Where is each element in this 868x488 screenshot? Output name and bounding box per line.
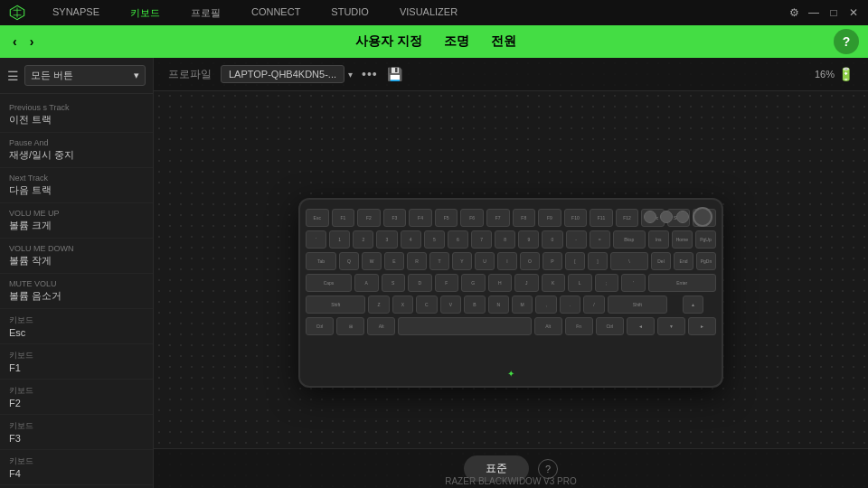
key-p[interactable]: P <box>542 252 562 270</box>
maximize-button[interactable]: □ <box>826 5 841 20</box>
list-item[interactable]: 키보드 F2 <box>0 380 153 415</box>
list-item[interactable]: VOLU ME DOWN 볼륨 작게 <box>0 239 153 274</box>
key-x[interactable]: X <box>392 296 413 314</box>
nav-profile[interactable]: 프로필 <box>176 3 235 23</box>
key-lbracket[interactable]: [ <box>565 252 585 270</box>
forward-button[interactable]: › <box>26 33 38 51</box>
key-backslash[interactable]: \ <box>610 252 648 270</box>
key-c[interactable]: C <box>416 296 437 314</box>
key-f11[interactable]: F11 <box>590 209 613 227</box>
nav-synapse[interactable]: SYNAPSE <box>38 3 114 23</box>
key-quote[interactable]: ' <box>621 274 646 292</box>
key-lalt[interactable]: Alt <box>367 317 395 335</box>
key-f5[interactable]: F5 <box>435 209 458 227</box>
key-lctrl[interactable]: Ctrl <box>306 317 334 335</box>
key-1[interactable]: 1 <box>329 230 350 249</box>
key-end[interactable]: End <box>674 252 693 270</box>
key-pgdn[interactable]: PgDn <box>696 252 716 270</box>
list-item[interactable]: Pause And 재생/일시 중지 <box>0 133 153 168</box>
list-item[interactable]: 키보드 Esc <box>0 309 153 344</box>
key-7[interactable]: 7 <box>471 230 492 249</box>
key-f1[interactable]: F1 <box>332 209 355 227</box>
key-v[interactable]: V <box>440 296 461 314</box>
back-button[interactable]: ‹ <box>9 33 21 51</box>
key-t[interactable]: T <box>429 252 449 270</box>
list-item[interactable]: 키보드 F1 <box>0 344 153 380</box>
key-f2[interactable]: F2 <box>357 209 381 227</box>
key-d[interactable]: D <box>408 274 432 292</box>
key-down[interactable]: ▼ <box>657 317 685 335</box>
key-m[interactable]: M <box>512 296 533 314</box>
key-equals[interactable]: = <box>590 230 610 249</box>
close-button[interactable]: ✕ <box>846 5 861 20</box>
key-e[interactable]: E <box>384 252 404 270</box>
key-r[interactable]: R <box>407 252 427 270</box>
settings-button[interactable]: ⚙ <box>787 5 801 20</box>
key-up[interactable]: ▲ <box>683 296 703 314</box>
key-f6[interactable]: F6 <box>460 209 484 227</box>
key-esc[interactable]: Esc <box>306 209 329 227</box>
key-f[interactable]: F <box>435 274 459 292</box>
key-period[interactable]: . <box>560 296 580 314</box>
key-backspace[interactable]: Bksp <box>613 230 646 249</box>
key-w[interactable]: W <box>362 252 382 270</box>
key-fn[interactable]: Fn <box>565 317 593 335</box>
key-5[interactable]: 5 <box>424 230 445 249</box>
list-item[interactable]: 키보드 F3 <box>0 415 153 450</box>
key-lwin[interactable]: ⊞ <box>336 317 364 335</box>
key-filter-dropdown[interactable]: 모든 버튼 ▾ <box>24 65 146 86</box>
help-button[interactable]: ? <box>834 29 859 54</box>
key-6[interactable]: 6 <box>448 230 468 249</box>
key-8[interactable]: 8 <box>495 230 515 249</box>
list-item[interactable]: Previous s Track 이전 트랙 <box>0 98 153 133</box>
key-4[interactable]: 4 <box>401 230 421 249</box>
key-a[interactable]: A <box>354 274 379 292</box>
list-item[interactable]: MUTE VOLU 볼륨 음소거 <box>0 274 153 309</box>
key-3[interactable]: 3 <box>376 230 397 249</box>
key-minus[interactable]: - <box>566 230 587 249</box>
key-g[interactable]: G <box>461 274 486 292</box>
list-item[interactable]: 키보드 F4 <box>0 450 153 485</box>
key-ins[interactable]: Ins <box>648 230 669 249</box>
key-rshift[interactable]: Shift <box>608 296 667 314</box>
key-n[interactable]: N <box>488 296 509 314</box>
key-enter[interactable]: Enter <box>648 274 717 292</box>
profile-select[interactable]: LAPTOP-QHB4KDN5-... ▾ <box>221 65 353 83</box>
key-f8[interactable]: F8 <box>513 209 536 227</box>
key-f12[interactable]: F12 <box>616 209 639 227</box>
nav-visualizer[interactable]: VISUALIZER <box>385 3 472 23</box>
key-pgup[interactable]: PgUp <box>695 230 716 249</box>
key-semicolon[interactable]: ; <box>595 274 619 292</box>
key-f3[interactable]: F3 <box>383 209 407 227</box>
key-right[interactable]: ► <box>688 317 716 335</box>
key-y[interactable]: Y <box>452 252 472 270</box>
nav-keyboard[interactable]: 키보드 <box>116 3 175 23</box>
key-comma[interactable]: , <box>535 296 556 314</box>
key-z[interactable]: Z <box>368 296 389 314</box>
key-ralt[interactable]: Alt <box>534 317 562 335</box>
key-i[interactable]: I <box>497 252 517 270</box>
key-home[interactable]: Home <box>672 230 693 249</box>
key-s[interactable]: S <box>382 274 406 292</box>
key-f7[interactable]: F7 <box>486 209 510 227</box>
profile-more-button[interactable]: ••• <box>362 67 378 81</box>
list-item[interactable]: Next Track 다음 트랙 <box>0 168 153 203</box>
key-9[interactable]: 9 <box>518 230 539 249</box>
key-capslock[interactable]: Caps <box>306 274 352 292</box>
key-lshift[interactable]: Shift <box>306 296 365 314</box>
menu-icon[interactable]: ☰ <box>7 69 19 83</box>
tab-customize[interactable]: 사용자 지정 <box>355 30 422 53</box>
profile-save-button[interactable]: 💾 <box>387 67 402 81</box>
key-space[interactable] <box>398 317 531 335</box>
key-l[interactable]: L <box>568 274 592 292</box>
minimize-button[interactable]: — <box>807 5 821 20</box>
key-del[interactable]: Del <box>651 252 671 270</box>
key-o[interactable]: O <box>520 252 540 270</box>
key-f9[interactable]: F9 <box>538 209 561 227</box>
key-u[interactable]: U <box>475 252 495 270</box>
key-0[interactable]: 0 <box>542 230 562 249</box>
key-tab[interactable]: Tab <box>306 252 336 270</box>
tab-power[interactable]: 전원 <box>491 30 516 53</box>
key-k[interactable]: K <box>542 274 566 292</box>
tab-lighting[interactable]: 조명 <box>444 30 469 53</box>
